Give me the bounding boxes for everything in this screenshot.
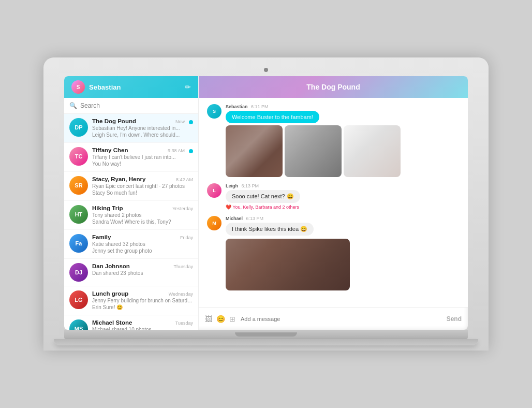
conversation-time: 9:38 AM (168, 148, 185, 153)
photo-big (226, 239, 350, 290)
message-sender: Michael (226, 216, 243, 221)
message-bubble: I think Spike likes this idea 😄 (226, 223, 314, 236)
unread-dot (189, 120, 193, 124)
conversation-preview2: Leigh Sure, I'm down. Where should... (92, 132, 185, 138)
avatar: SR (69, 176, 88, 195)
message-time: 6:11 PM (251, 104, 269, 109)
laptop-foot (54, 339, 478, 345)
avatar: S (71, 80, 85, 94)
avatar: DP (69, 118, 88, 137)
sidebar-user: S Sebastian (71, 80, 121, 94)
conversation-header: Lunch group Wednesday (92, 290, 193, 297)
conversation-preview1: Jenny Ferry building for brunch on Satur… (92, 297, 193, 304)
conversation-preview2: You No way! (92, 161, 185, 167)
conversation-item[interactable]: DP The Dog Pound Now Sebastian Hey! Anyo… (64, 114, 198, 143)
attachment-icon[interactable]: ⊞ (229, 315, 235, 323)
conversation-name: Dan Johnson (92, 263, 130, 269)
conversation-item[interactable]: HT Hiking Trip Yesterday Tony shared 2 p… (64, 201, 198, 230)
conversation-info: Tiffany Chen 9:38 AM Tiffany I can't bel… (92, 147, 185, 167)
conversation-info: Michael Stone Tuesday Michael shared 10 … (92, 319, 193, 330)
message-content: Leigh 6:13 PM Sooo cute! Cat next? 😄 ❤️ … (226, 183, 460, 210)
conversation-name: Lunch group (92, 290, 128, 297)
emoji-icon[interactable]: 😊 (216, 315, 225, 323)
edit-icon[interactable]: ✏ (185, 83, 191, 91)
conversation-time: 8:42 AM (176, 177, 193, 182)
message-bubble: Welcome Buster to the fambam! (226, 111, 319, 123)
avatar: M (207, 216, 221, 230)
conversation-header: Tiffany Chen 9:38 AM (92, 147, 185, 153)
message-input[interactable] (241, 316, 441, 322)
chat-header: The Dog Pound (199, 76, 468, 98)
sidebar-search: 🔍 (64, 98, 198, 114)
search-icon: 🔍 (69, 102, 77, 109)
app: S Sebastian ✏ 🔍 (64, 76, 468, 330)
message-meta: Leigh 6:13 PM (226, 183, 460, 188)
message-photos (226, 125, 460, 177)
conversation-header: The Dog Pound Now (92, 118, 185, 124)
app-content: S Sebastian ✏ 🔍 (64, 76, 468, 330)
conversation-preview1: Tiffany I can't believe I just ran into.… (92, 154, 185, 161)
photo-2 (285, 125, 342, 177)
conversation-preview1: Ryan Epic concert last night! · 27 photo… (92, 183, 193, 190)
laptop-screen: S Sebastian ✏ 🔍 (64, 76, 468, 330)
conversation-time: Wednesday (169, 292, 193, 297)
laptop-body: S Sebastian ✏ 🔍 (43, 57, 489, 351)
search-input[interactable] (80, 102, 193, 109)
unread-dot (189, 149, 193, 153)
avatar-image: S (71, 80, 85, 94)
conversation-time: Now (175, 119, 185, 124)
conversation-preview1: Tony shared 2 photos (92, 212, 193, 218)
conversation-info: Stacy, Ryan, Henry 8:42 AM Ryan Epic con… (92, 176, 193, 196)
camera-icon (264, 68, 268, 72)
photo-3 (344, 125, 401, 177)
conversation-time: Yesterday (172, 206, 193, 211)
sidebar-header: S Sebastian ✏ (64, 76, 198, 98)
conversation-time: Thursday (173, 264, 193, 269)
laptop-notch (235, 332, 297, 337)
laptop: S Sebastian ✏ 🔍 (43, 57, 489, 351)
conversation-name: Family (92, 234, 111, 240)
conversation-item[interactable]: LG Lunch group Wednesday Jenny Ferry bui… (64, 286, 198, 315)
conversation-preview1: Michael shared 10 photos (92, 326, 193, 330)
message-row: M Michael 6:13 PM I think Spike likes th… (207, 216, 460, 290)
image-icon[interactable]: 🖼 (205, 315, 212, 323)
conversation-name: Michael Stone (92, 319, 132, 326)
sidebar: S Sebastian ✏ 🔍 (64, 76, 199, 330)
conversation-info: Lunch group Wednesday Jenny Ferry buildi… (92, 290, 193, 311)
chat-messages: S Sebastian 6:11 PM Welcome Buster to th… (199, 98, 468, 307)
message-time: 6:13 PM (242, 183, 259, 188)
conversation-info: The Dog Pound Now Sebastian Hey! Anyone … (92, 118, 185, 138)
photo-1 (226, 125, 283, 177)
conversation-time: Friday (180, 235, 193, 240)
message-meta: Sebastian 6:11 PM (226, 104, 460, 109)
conversation-list: DP The Dog Pound Now Sebastian Hey! Anyo… (64, 114, 198, 330)
message-time: 6:13 PM (246, 216, 264, 221)
conversation-header: Hiking Trip Yesterday (92, 205, 193, 211)
conversation-name: Stacy, Ryan, Henry (92, 176, 145, 182)
avatar: DJ (69, 263, 88, 282)
conversation-info: Dan Johnson Thursday Dan shared 23 photo… (92, 263, 193, 276)
conversation-item[interactable]: TC Tiffany Chen 9:38 AM Tiffany I can't … (64, 143, 198, 172)
message-sender: Leigh (226, 183, 238, 188)
chat-title: The Dog Pound (306, 83, 360, 91)
conversation-preview1: Sebastian Hey! Anyone interested in... (92, 125, 185, 132)
conversation-item[interactable]: SR Stacy, Ryan, Henry 8:42 AM Ryan Epic … (64, 172, 198, 201)
conversation-time: Tuesday (175, 320, 193, 326)
conversation-preview1: Katie shared 32 photos (92, 241, 193, 247)
message-bubble: Sooo cute! Cat next? 😄 (226, 190, 300, 203)
conversation-preview2: Erin Sure! 😊 (92, 304, 193, 311)
conversation-header: Michael Stone Tuesday (92, 319, 193, 326)
avatar: S (207, 104, 221, 119)
message-content: Michael 6:13 PM I think Spike likes this… (226, 216, 460, 290)
conversation-item[interactable]: Fa Family Friday Katie shared 32 photos … (64, 230, 198, 259)
avatar: MS (69, 319, 88, 330)
message-content: Sebastian 6:11 PM Welcome Buster to the … (226, 104, 460, 177)
conversation-header: Stacy, Ryan, Henry 8:42 AM (92, 176, 193, 182)
send-button[interactable]: Send (447, 315, 462, 323)
conversation-item[interactable]: DJ Dan Johnson Thursday Dan shared 23 ph… (64, 259, 198, 286)
message-row: S Sebastian 6:11 PM Welcome Buster to th… (207, 104, 460, 177)
conversation-item[interactable]: MS Michael Stone Tuesday Michael shared … (64, 315, 198, 330)
avatar: HT (69, 205, 88, 224)
avatar: LG (69, 290, 88, 309)
message-row: L Leigh 6:13 PM Sooo cute! Cat next? 😄 ❤… (207, 183, 460, 210)
